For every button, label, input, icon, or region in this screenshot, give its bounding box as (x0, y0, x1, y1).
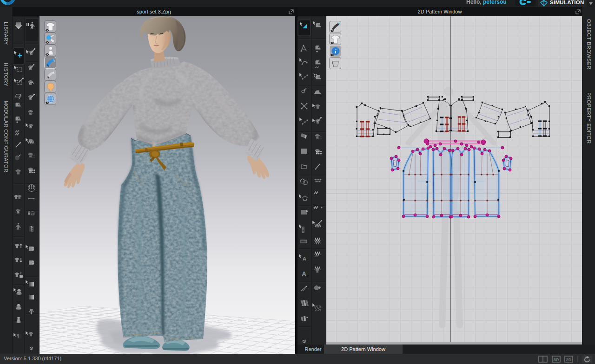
svg-text:A: A (302, 270, 306, 278)
svg-text:A: A (303, 256, 306, 261)
svg-text:2D: 2D (566, 358, 572, 362)
svg-text:3D: 3D (554, 358, 559, 362)
